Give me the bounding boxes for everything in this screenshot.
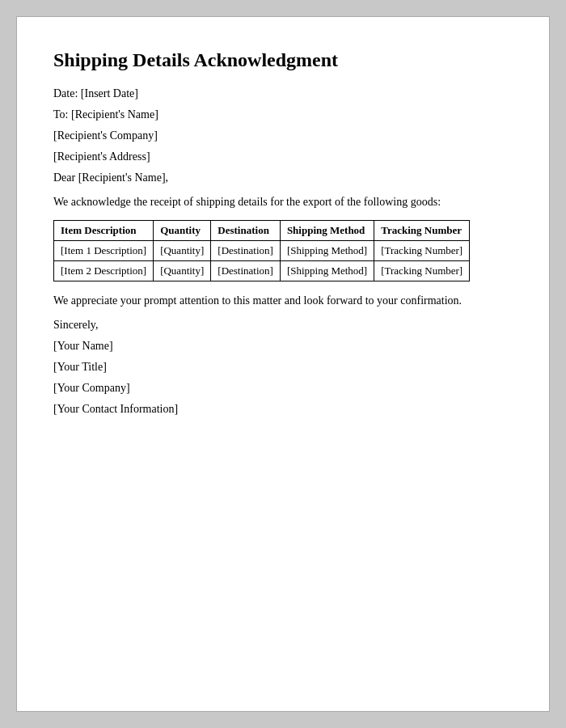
intro-text: We acknowledge the receipt of shipping d… bbox=[53, 196, 513, 209]
your-name: [Your Name] bbox=[53, 340, 513, 353]
table-cell: [Destination] bbox=[211, 261, 281, 281]
table-header-row: Item Description Quantity Destination Sh… bbox=[54, 221, 470, 241]
table-cell: [Quantity] bbox=[154, 241, 211, 261]
table-cell: [Destination] bbox=[211, 241, 281, 261]
table-row: [Item 2 Description][Quantity][Destinati… bbox=[54, 261, 470, 281]
col-header-quantity: Quantity bbox=[154, 221, 211, 241]
date-line: Date: [Insert Date] bbox=[53, 87, 513, 100]
table-cell: [Item 2 Description] bbox=[54, 261, 154, 281]
document-page: Shipping Details Acknowledgment Date: [I… bbox=[16, 16, 550, 712]
col-header-shipping-method: Shipping Method bbox=[280, 221, 374, 241]
table-cell: [Tracking Number] bbox=[374, 261, 470, 281]
table-cell: [Shipping Method] bbox=[280, 241, 374, 261]
col-header-tracking-number: Tracking Number bbox=[374, 221, 470, 241]
address-line: [Recipient's Address] bbox=[53, 150, 513, 163]
col-header-item-description: Item Description bbox=[54, 221, 154, 241]
your-contact: [Your Contact Information] bbox=[53, 403, 513, 416]
to-line: To: [Recipient's Name] bbox=[53, 108, 513, 121]
shipping-table: Item Description Quantity Destination Sh… bbox=[53, 220, 470, 281]
salutation: Dear [Recipient's Name], bbox=[53, 171, 513, 184]
document-title: Shipping Details Acknowledgment bbox=[53, 49, 513, 71]
sincerely: Sincerely, bbox=[53, 319, 513, 332]
table-cell: [Quantity] bbox=[154, 261, 211, 281]
table-cell: [Shipping Method] bbox=[280, 261, 374, 281]
table-cell: [Tracking Number] bbox=[374, 241, 470, 261]
your-company: [Your Company] bbox=[53, 382, 513, 395]
closing-text: We appreciate your prompt attention to t… bbox=[53, 294, 513, 307]
table-cell: [Item 1 Description] bbox=[54, 241, 154, 261]
col-header-destination: Destination bbox=[211, 221, 281, 241]
your-title: [Your Title] bbox=[53, 361, 513, 374]
company-line: [Recipient's Company] bbox=[53, 129, 513, 142]
table-row: [Item 1 Description][Quantity][Destinati… bbox=[54, 241, 470, 261]
